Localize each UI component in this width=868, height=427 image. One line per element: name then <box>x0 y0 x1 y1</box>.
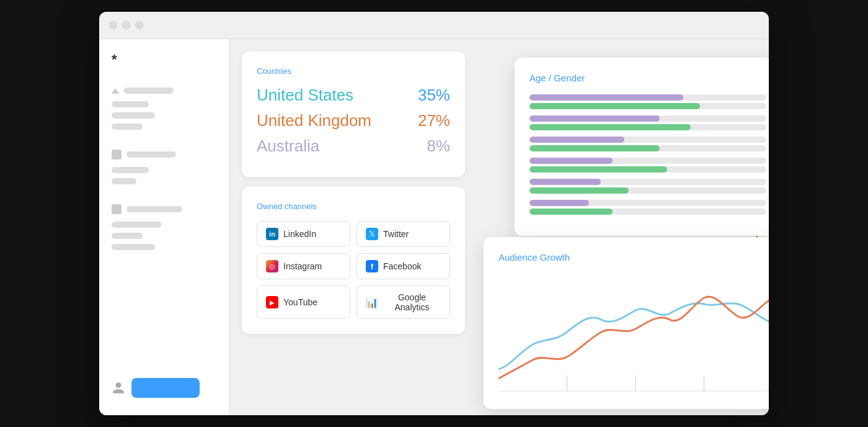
twitter-icon: 𝕏 <box>366 228 378 240</box>
country-row-uk: United Kingdom 27% <box>257 111 450 130</box>
bar-fill-green-5 <box>529 187 629 194</box>
country-us-pct: 35% <box>418 86 450 105</box>
bar-fill-purple-6 <box>529 200 589 206</box>
sidebar-footer <box>107 371 221 405</box>
age-bar-row-1 <box>529 94 766 109</box>
country-row-au: Australia 8% <box>257 137 450 156</box>
sidebar-nav-item-1[interactable] <box>112 101 149 107</box>
country-au-pct: 8% <box>427 137 450 156</box>
channel-btn-facebook[interactable]: f Facebook <box>356 253 450 279</box>
growth-chart-svg <box>498 270 769 394</box>
country-au-name: Australia <box>257 137 319 156</box>
channel-btn-linkedin[interactable]: in LinkedIn <box>257 221 350 247</box>
countries-card: Countries United States 35% United Kingd… <box>242 52 465 177</box>
instagram-icon: ◎ <box>266 260 278 272</box>
action-button[interactable] <box>131 378 200 398</box>
age-bar-track-purple-3 <box>529 137 766 143</box>
age-bar-track-green-6 <box>529 209 766 215</box>
sidebar-title-bar-1 <box>112 88 216 94</box>
countries-title: Countries <box>257 66 450 76</box>
sidebar-settings-icon <box>112 150 122 160</box>
channels-title: Owned channels <box>257 202 450 211</box>
title-bar <box>99 12 769 39</box>
linkedin-icon: in <box>266 228 278 240</box>
orange-line <box>498 297 769 379</box>
age-double-bar-3 <box>529 137 766 151</box>
age-bar-track-purple-1 <box>529 94 766 101</box>
country-row-us: United States 35% <box>257 86 450 105</box>
sidebar-label-bar-2 <box>126 151 176 158</box>
bar-fill-green-6 <box>529 209 613 215</box>
window-control-close[interactable] <box>109 21 117 29</box>
chart-area <box>498 270 769 394</box>
age-bar-row-5 <box>529 179 766 194</box>
sidebar: * <box>99 39 229 415</box>
channel-btn-analytics[interactable]: 📊 Google Analytics <box>356 285 450 319</box>
sidebar-nav-item-2[interactable] <box>112 112 155 119</box>
channel-btn-youtube[interactable]: ▶ YouTube <box>257 285 350 319</box>
youtube-label: YouTube <box>283 297 317 307</box>
age-gender-card: Age / Gender <box>515 58 769 236</box>
main-content: Countries United States 35% United Kingd… <box>229 39 769 415</box>
age-double-bar-5 <box>529 179 766 194</box>
blue-line <box>498 303 769 369</box>
sidebar-nav-item-4[interactable] <box>112 167 149 173</box>
bar-fill-green-3 <box>529 145 660 151</box>
bar-fill-purple-1 <box>529 94 683 101</box>
analytics-icon: 📊 <box>366 296 378 308</box>
age-bar-track-green-4 <box>529 166 766 173</box>
age-bar-track-green-5 <box>529 187 766 194</box>
sidebar-title-bar-3 <box>112 204 216 214</box>
audience-growth-title: Audience Growth <box>498 252 769 263</box>
youtube-icon: ▶ <box>266 296 278 308</box>
sidebar-label-bar <box>124 88 174 94</box>
linkedin-label: LinkedIn <box>283 229 316 239</box>
logo-asterisk: * <box>112 52 117 67</box>
age-double-bar-6 <box>529 200 766 215</box>
age-double-bar-4 <box>529 158 766 173</box>
sidebar-nav-item-6[interactable] <box>112 222 161 228</box>
age-bar-track-purple-2 <box>529 115 766 122</box>
bar-fill-green-4 <box>529 166 667 173</box>
audience-growth-card: Audience Growth <box>484 237 769 409</box>
age-double-bar-2 <box>529 115 766 130</box>
age-bar-row-6 <box>529 200 766 215</box>
age-bar-row-3 <box>529 137 766 151</box>
channel-btn-twitter[interactable]: 𝕏 Twitter <box>356 221 450 247</box>
sidebar-nav-item-5[interactable] <box>112 178 136 184</box>
sidebar-label-bar-3 <box>126 206 182 212</box>
window-control-maximize[interactable] <box>135 21 143 29</box>
country-uk-pct: 27% <box>418 111 450 130</box>
country-us-name: United States <box>257 86 353 105</box>
sidebar-nav-item-8[interactable] <box>112 244 155 250</box>
age-bar-track-purple-4 <box>529 158 766 164</box>
channel-btn-instagram[interactable]: ◎ Instagram <box>257 253 350 279</box>
age-bar-track-purple-5 <box>529 179 766 185</box>
channels-grid: in LinkedIn 𝕏 Twitter ◎ Instagram <box>257 221 450 319</box>
facebook-label: Facebook <box>383 261 421 271</box>
top-row: Countries United States 35% United Kingd… <box>242 52 756 177</box>
bar-fill-green-1 <box>529 103 700 109</box>
age-bar-row-2 <box>529 115 766 130</box>
sidebar-bookmark-icon <box>112 204 122 214</box>
bar-fill-purple-3 <box>529 137 624 143</box>
twitter-label: Twitter <box>383 229 409 239</box>
browser-window: * <box>99 12 769 415</box>
sidebar-logo: * <box>107 49 221 70</box>
bar-fill-purple-4 <box>529 158 613 164</box>
sidebar-triangle-icon <box>112 88 119 94</box>
bar-fill-green-2 <box>529 124 691 130</box>
age-bar-track-green-2 <box>529 124 766 130</box>
instagram-label: Instagram <box>283 261 322 271</box>
channels-card: Owned channels in LinkedIn 𝕏 Twitter ◎ <box>242 187 465 334</box>
window-control-minimize[interactable] <box>122 21 130 29</box>
age-bar-track-green-3 <box>529 145 766 151</box>
sidebar-title-bar-2 <box>112 150 216 160</box>
sidebar-nav-item-3[interactable] <box>112 124 143 130</box>
analytics-label: Google Analytics <box>383 292 441 312</box>
sidebar-group-2 <box>107 142 221 192</box>
country-uk-name: United Kingdom <box>257 111 371 130</box>
bar-fill-purple-2 <box>529 115 660 122</box>
sidebar-nav-item-7[interactable] <box>112 233 143 239</box>
window-controls <box>109 21 143 29</box>
